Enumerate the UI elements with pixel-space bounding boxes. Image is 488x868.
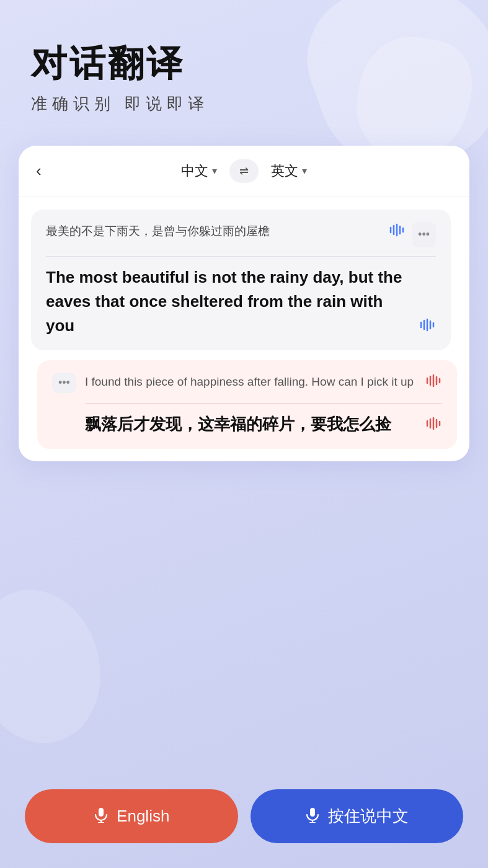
bubble-2-translation-sound-icon[interactable] xyxy=(425,416,442,436)
page-subtitle: 准确识别 即说即译 xyxy=(31,93,457,115)
svg-rect-3 xyxy=(310,808,315,817)
translation-card: ‹ 中文 ▾ ⇌ 英文 ▾ 最美的不是下雨天，是曾与你躲过雨的屋檐 xyxy=(19,146,469,461)
page-title: 对话翻译 xyxy=(31,43,457,83)
bubble-1-more-button[interactable]: ••• xyxy=(412,222,436,247)
bubble-2-content: I found this piece of happiness after fa… xyxy=(85,373,442,436)
language-selector: 中文 ▾ ⇌ 英文 ▾ xyxy=(181,159,307,183)
svg-rect-0 xyxy=(99,808,104,817)
bubble-1-divider xyxy=(46,256,436,257)
bubble-2-original-text: I found this piece of happiness after fa… xyxy=(85,373,414,391)
bottom-bar: English 按住说中文 xyxy=(0,789,488,843)
bubble-2-translation-row: 飘落后才发现，这幸福的碎片，要我怎么捡 xyxy=(85,412,442,436)
bubble-1-translation-row: The most beautiful is not the rainy day,… xyxy=(46,265,436,338)
english-button-label: English xyxy=(117,807,169,826)
swap-button[interactable]: ⇌ xyxy=(229,159,259,183)
bubble-2-translation-text: 飘落后才发现，这幸福的碎片，要我怎么捡 xyxy=(85,412,391,436)
english-speak-button[interactable]: English xyxy=(25,789,238,843)
bubble-1-original-text: 最美的不是下雨天，是曾与你躲过雨的屋檐 xyxy=(46,222,382,241)
bubble-1-translation-sound-icon[interactable] xyxy=(419,317,436,338)
chinese-button-label: 按住说中文 xyxy=(328,805,409,827)
source-language[interactable]: 中文 ▾ xyxy=(181,162,217,180)
message-bubble-1: 最美的不是下雨天，是曾与你躲过雨的屋檐 ••• The mo xyxy=(31,210,451,350)
source-lang-label: 中文 xyxy=(181,162,208,180)
chinese-speak-button[interactable]: 按住说中文 xyxy=(251,789,464,843)
bubble-2-row: ••• I found this piece of happiness afte… xyxy=(52,373,442,436)
source-lang-arrow: ▾ xyxy=(212,165,217,177)
target-language[interactable]: 英文 ▾ xyxy=(271,162,307,180)
bubble-1-sound-icon[interactable] xyxy=(388,222,406,244)
header-section: 对话翻译 准确识别 即说即译 xyxy=(0,0,488,133)
back-button[interactable]: ‹ xyxy=(36,161,42,180)
bubble-1-translation-text: The most beautiful is not the rainy day,… xyxy=(46,265,412,338)
bubble-2-more-button[interactable]: ••• xyxy=(52,373,76,393)
target-lang-label: 英文 xyxy=(271,162,298,180)
chinese-mic-icon xyxy=(304,807,321,826)
bubble-1-original-row: 最美的不是下雨天，是曾与你躲过雨的屋檐 ••• xyxy=(46,222,436,247)
english-mic-icon xyxy=(93,807,109,826)
card-header: ‹ 中文 ▾ ⇌ 英文 ▾ xyxy=(19,146,469,197)
bubble-2-original-sound-icon[interactable] xyxy=(425,373,442,394)
bubble-2-divider xyxy=(85,403,442,404)
message-bubble-2: ••• I found this piece of happiness afte… xyxy=(37,360,457,449)
bubble-2-original-row: I found this piece of happiness after fa… xyxy=(85,373,442,394)
messages-container: 最美的不是下雨天，是曾与你躲过雨的屋檐 ••• The mo xyxy=(19,197,469,461)
target-lang-arrow: ▾ xyxy=(302,165,307,177)
